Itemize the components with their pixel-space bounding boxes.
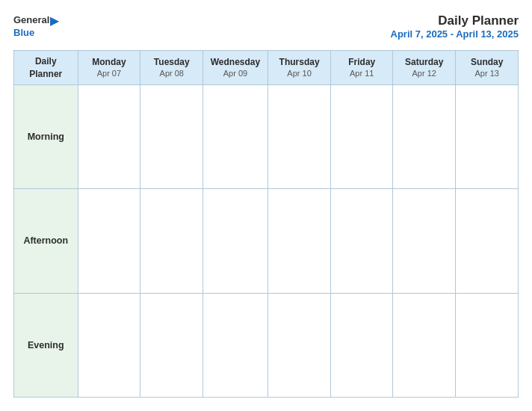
title-area: Daily Planner April 7, 2025 - April 13, … — [391, 13, 519, 40]
table-header-col-6: SundayApr 13 — [456, 51, 519, 85]
cell-0-0[interactable] — [78, 84, 140, 188]
cell-1-6[interactable] — [456, 189, 519, 293]
planner-title: Daily Planner — [391, 13, 519, 28]
table-header-col-2: WednesdayApr 09 — [203, 51, 267, 85]
table-header-label: DailyPlanner — [14, 51, 78, 85]
cell-1-4[interactable] — [331, 189, 393, 293]
table-row-2: Evening — [14, 293, 519, 397]
cell-0-5[interactable] — [392, 84, 455, 188]
page: General ▶ Blue Daily Planner April 7, 20… — [0, 0, 532, 411]
logo-arrow-icon: ▶ — [50, 13, 59, 28]
cell-2-0[interactable] — [78, 293, 140, 397]
table-row-0: Morning — [14, 84, 519, 188]
cell-1-2[interactable] — [203, 189, 267, 293]
cell-2-2[interactable] — [203, 293, 267, 397]
table-header-col-5: SaturdayApr 12 — [392, 51, 455, 85]
cell-2-5[interactable] — [392, 293, 455, 397]
planner-date-range: April 7, 2025 - April 13, 2025 — [391, 28, 519, 40]
table-header-col-1: TuesdayApr 08 — [140, 51, 203, 85]
cell-2-6[interactable] — [456, 293, 519, 397]
cell-2-3[interactable] — [267, 293, 331, 397]
header: General ▶ Blue Daily Planner April 7, 20… — [13, 13, 519, 40]
row-label-1: Afternoon — [14, 189, 78, 293]
table-header-col-3: ThursdayApr 10 — [267, 51, 331, 85]
logo-blue-text: Blue — [13, 28, 34, 38]
cell-2-1[interactable] — [140, 293, 203, 397]
logo-area: General ▶ Blue — [13, 13, 59, 38]
cell-0-1[interactable] — [140, 84, 203, 188]
row-label-2: Evening — [14, 293, 78, 397]
table-header-col-4: FridayApr 11 — [331, 51, 393, 85]
calendar-table: DailyPlanner MondayApr 07TuesdayApr 08We… — [13, 50, 519, 398]
cell-1-0[interactable] — [78, 189, 140, 293]
cell-2-4[interactable] — [331, 293, 393, 397]
table-header-col-0: MondayApr 07 — [78, 51, 140, 85]
cell-0-6[interactable] — [456, 84, 519, 188]
cell-0-3[interactable] — [267, 84, 331, 188]
cell-1-5[interactable] — [392, 189, 455, 293]
cell-1-1[interactable] — [140, 189, 203, 293]
table-row-1: Afternoon — [14, 189, 519, 293]
row-label-0: Morning — [14, 84, 78, 188]
logo-general-text: General — [13, 15, 49, 25]
table-header-row: DailyPlanner MondayApr 07TuesdayApr 08We… — [14, 51, 519, 85]
cell-1-3[interactable] — [267, 189, 331, 293]
cell-0-2[interactable] — [203, 84, 267, 188]
cell-0-4[interactable] — [331, 84, 393, 188]
